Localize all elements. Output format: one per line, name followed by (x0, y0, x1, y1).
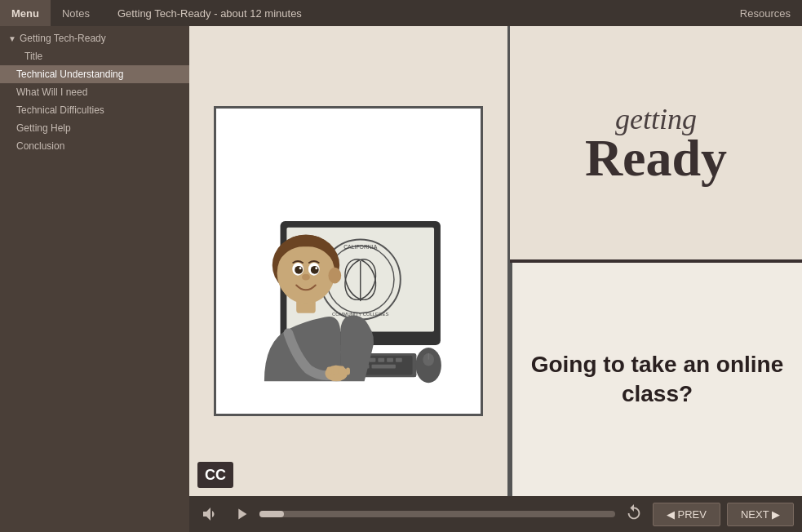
sidebar-item-getting-help[interactable]: Getting Help (0, 119, 189, 137)
volume-button[interactable] (197, 501, 224, 527)
svg-rect-33 (326, 367, 331, 375)
sidebar-item-technical-difficulties[interactable]: Technical Difficulties (0, 101, 189, 119)
play-button[interactable] (230, 503, 253, 525)
slide-left-panel: CALIFORNIA COMMUNITY COLLEGES (189, 26, 507, 496)
online-class-text: Going to take an online class? (529, 350, 786, 410)
top-bar: Menu Notes Getting Tech-Ready - about 12… (0, 0, 802, 26)
svg-rect-23 (378, 358, 384, 362)
svg-rect-25 (396, 358, 402, 362)
online-class-section: Going to take an online class? (510, 263, 802, 496)
prev-button[interactable]: ◀ PREV (653, 503, 720, 526)
main-layout: ▼ Getting Tech-Ready Title Technical Und… (0, 26, 802, 532)
presentation-title: Getting Tech-Ready - about 12 minutes (117, 7, 740, 20)
next-button[interactable]: NEXT ▶ (727, 503, 794, 526)
sidebar-item-conclusion[interactable]: Conclusion (0, 137, 189, 155)
svg-rect-22 (370, 358, 376, 362)
replay-icon (625, 503, 643, 521)
resources-link[interactable]: Resources (740, 7, 791, 20)
cc-badge[interactable]: CC (197, 462, 233, 488)
progress-bar-fill (259, 511, 284, 517)
notes-button[interactable]: Notes (51, 0, 101, 26)
svg-text:CALIFORNIA: CALIFORNIA (343, 244, 378, 250)
svg-point-40 (328, 268, 341, 284)
slide-content: CALIFORNIA COMMUNITY COLLEGES (189, 26, 802, 496)
svg-rect-34 (333, 366, 338, 375)
svg-point-43 (299, 267, 302, 269)
bottom-controls: ◀ PREV NEXT ▶ (189, 496, 802, 532)
chevron-down-icon: ▼ (8, 34, 16, 43)
getting-ready-header: getting Ready (510, 26, 802, 259)
svg-rect-35 (339, 366, 344, 375)
sidebar-section-label: Getting Tech-Ready (20, 33, 106, 44)
svg-rect-24 (387, 358, 393, 362)
person-computer-illustration: CALIFORNIA COMMUNITY COLLEGES (216, 109, 481, 414)
slide-right-panel: getting Ready Going to take an online cl… (510, 26, 802, 496)
svg-point-46 (315, 267, 317, 269)
sidebar-item-title[interactable]: Title (0, 47, 189, 65)
sidebar-item-what-will-i-need[interactable]: What Will I need (0, 83, 189, 101)
ready-text: Ready (585, 132, 727, 184)
svg-point-47 (302, 274, 310, 281)
svg-point-45 (311, 266, 319, 274)
svg-rect-28 (371, 365, 395, 369)
play-icon (233, 505, 250, 523)
menu-button[interactable]: Menu (0, 0, 51, 26)
illustration-box: CALIFORNIA COMMUNITY COLLEGES (214, 106, 483, 416)
sidebar-section-header[interactable]: ▼ Getting Tech-Ready (0, 29, 189, 47)
progress-bar-container[interactable] (259, 511, 615, 517)
replay-button[interactable] (622, 500, 646, 528)
sidebar-item-technical-understanding[interactable]: Technical Understanding (0, 65, 189, 83)
volume-icon (201, 504, 220, 524)
svg-rect-36 (346, 368, 350, 375)
svg-point-42 (295, 266, 303, 274)
sidebar: ▼ Getting Tech-Ready Title Technical Und… (0, 26, 189, 532)
content-area: CALIFORNIA COMMUNITY COLLEGES (189, 26, 802, 532)
svg-text:COMMUNITY COLLEGES: COMMUNITY COLLEGES (332, 312, 389, 317)
